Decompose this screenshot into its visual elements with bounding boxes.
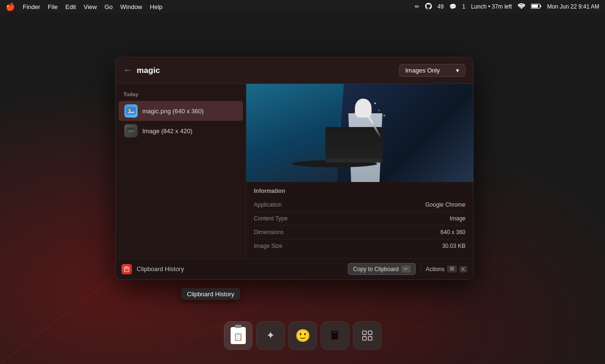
grid-dock-icon[interactable] <box>353 321 382 350</box>
go-menu[interactable]: Go <box>104 3 112 10</box>
github-icon[interactable] <box>425 3 432 11</box>
window-title: magic <box>137 66 399 75</box>
svg-rect-18 <box>368 337 372 340</box>
copy-to-clipboard-button[interactable]: Copy to Clipboard ↵ <box>348 263 416 275</box>
footer-title: Clipboard History <box>137 265 343 273</box>
svg-rect-16 <box>368 331 372 335</box>
sparkle-dock-icon[interactable]: ✦ <box>256 321 285 350</box>
info-row-application: Application Google Chrome <box>254 198 465 212</box>
filter-dropdown[interactable]: Images Only ▾ <box>399 64 465 77</box>
svg-rect-17 <box>363 337 366 340</box>
back-button[interactable]: ← <box>123 65 132 75</box>
app-icon <box>121 264 132 274</box>
lunch-time: Lunch • 37m left <box>471 3 512 10</box>
image-preview: ✦ ✦ ✦ ✦ <box>246 84 473 182</box>
menubar-right: ✏ 49 💬 1 Lunch • 37m left Mon Jun 22 9:4… <box>415 3 599 11</box>
actions-kbd2: K <box>459 266 467 273</box>
emoji-dock-icon[interactable]: 🙂 <box>289 321 317 350</box>
preview-area: ✦ ✦ ✦ ✦ Information Application Google C… <box>246 84 473 258</box>
sidebar: Today magic.png (640 x 360) <box>116 84 246 258</box>
svg-rect-12 <box>128 130 134 133</box>
help-menu[interactable]: Help <box>150 3 163 10</box>
footer-divider <box>420 264 421 274</box>
svg-rect-6 <box>540 5 541 7</box>
svg-rect-15 <box>363 331 366 335</box>
datetime: Mon Jun 22 9:41 AM <box>547 3 599 10</box>
sparkle-icon: ✦ <box>266 329 275 342</box>
svg-point-9 <box>129 109 131 111</box>
magic-png-thumbnail <box>124 104 138 118</box>
wifi-icon[interactable] <box>518 3 525 10</box>
menubar: 🍎 Finder File Edit View Go Window Help ✏… <box>0 0 605 13</box>
info-key-dimensions: Dimensions <box>254 229 284 236</box>
info-key-content-type: Content Type <box>254 215 288 222</box>
app-window: ← magic Images Only ▾ Today magic.png (6… <box>115 57 474 280</box>
info-row-content-type: Content Type Image <box>254 212 465 226</box>
window-content: Today magic.png (640 x 360) <box>116 84 473 258</box>
apple-menu[interactable]: 🍎 <box>6 2 15 11</box>
info-key-application: Application <box>254 201 282 208</box>
view-menu[interactable]: View <box>84 3 97 10</box>
info-value-dimensions: 640 x 360 <box>440 229 465 236</box>
window-header: ← magic Images Only ▾ <box>116 57 473 84</box>
pen-icon[interactable]: ✏ <box>415 3 419 10</box>
calculator-dock-icon[interactable]: 🖩 <box>321 321 349 350</box>
grid-icon <box>361 329 373 342</box>
battery-icon <box>531 3 541 10</box>
svg-rect-7 <box>531 5 538 8</box>
notification-icon[interactable]: 💬 <box>449 3 456 10</box>
info-row-dimensions: Dimensions 640 x 360 <box>254 226 465 239</box>
info-title: Information <box>254 188 465 194</box>
window-footer: Clipboard History Copy to Clipboard ↵ Ac… <box>116 258 473 279</box>
menubar-left: 🍎 Finder File Edit View Go Window Help <box>6 2 163 11</box>
emoji-icon: 🙂 <box>295 328 310 343</box>
edit-menu[interactable]: Edit <box>65 3 76 10</box>
copy-kbd: ↵ <box>401 265 410 273</box>
sidebar-section-today: Today <box>116 90 246 101</box>
clipboard-history-tooltip: Clipboard History <box>181 288 240 300</box>
actions-kbd1: ⌘ <box>447 265 457 273</box>
finder-menu[interactable]: Finder <box>23 3 40 10</box>
info-value-application: Google Chrome <box>425 201 465 208</box>
chevron-down-icon: ▾ <box>456 67 459 74</box>
clipboard-history-dock-icon[interactable]: 📋 <box>224 321 252 350</box>
actions-button[interactable]: Actions ⌘ K <box>426 265 467 273</box>
info-value-image-size: 30.03 KB <box>442 243 465 249</box>
dock-area: 📋 ✦ 🙂 🖩 <box>224 321 382 350</box>
info-section: Information Application Google Chrome Co… <box>246 182 473 258</box>
clipboard-icon: 📋 <box>231 327 246 344</box>
image-label: Image (842 x 420) <box>142 127 193 135</box>
actions-label: Actions <box>426 266 444 273</box>
notification-count: 1 <box>462 3 465 10</box>
info-row-image-size: Image Size 30.03 KB <box>254 239 465 253</box>
window-menu[interactable]: Window <box>121 3 142 10</box>
info-key-image-size: Image Size <box>254 243 282 249</box>
sidebar-item-image[interactable]: Image (842 x 420) <box>119 121 243 141</box>
info-value-content-type: Image <box>450 215 465 222</box>
magic-png-label: magic.png (640 x 360) <box>142 108 204 115</box>
file-menu[interactable]: File <box>48 3 58 10</box>
svg-rect-14 <box>124 267 129 271</box>
github-count: 49 <box>437 3 444 10</box>
calculator-icon: 🖩 <box>329 329 341 342</box>
sidebar-item-magic-png[interactable]: magic.png (640 x 360) <box>119 101 243 121</box>
image-thumbnail <box>124 124 138 137</box>
filter-label: Images Only <box>405 67 440 74</box>
svg-rect-8 <box>126 107 136 115</box>
copy-label: Copy to Clipboard <box>353 266 399 273</box>
